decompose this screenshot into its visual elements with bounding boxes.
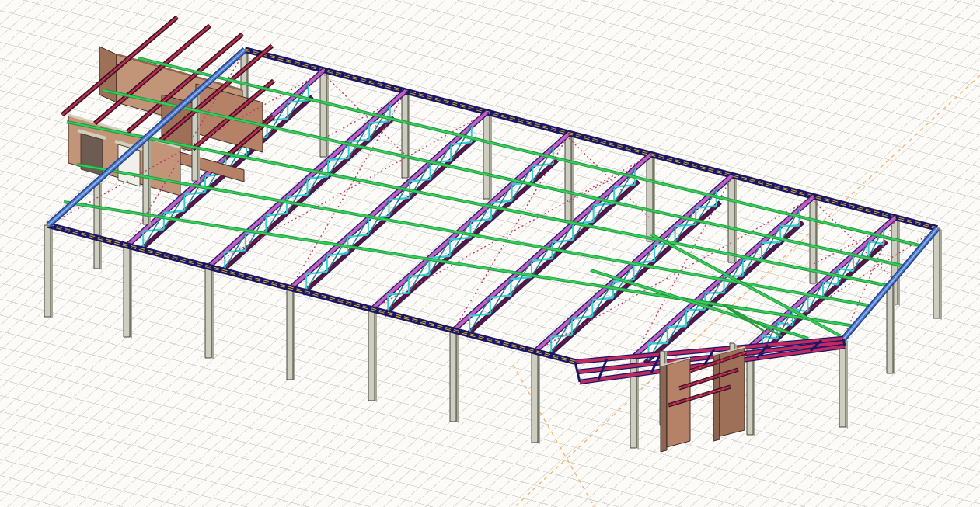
structural-model-canvas[interactable] [0, 0, 980, 507]
canopy-frame[interactable] [575, 339, 845, 382]
model-viewport[interactable] [0, 0, 980, 507]
